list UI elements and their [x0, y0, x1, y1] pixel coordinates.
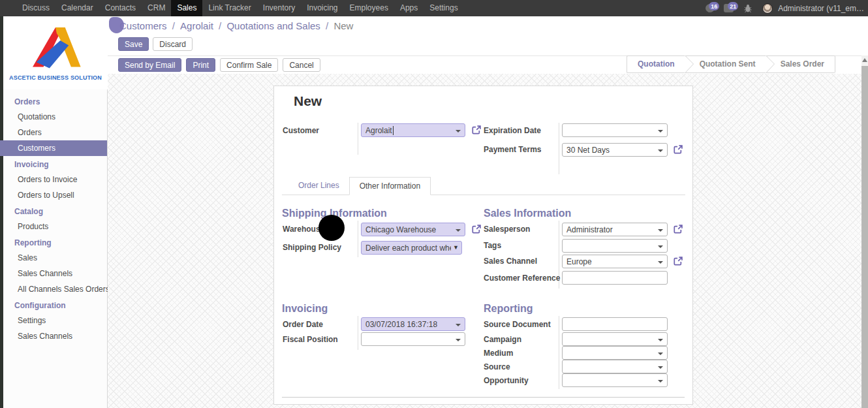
send-by-email-button[interactable]: Send by Email [118, 58, 181, 72]
menu-settings[interactable]: Settings [424, 0, 463, 16]
debug-bug-icon[interactable] [744, 4, 752, 13]
breadcrumb: Customers / Agrolait / Quotations and Sa… [119, 20, 353, 31]
status-step-sales-order[interactable]: Sales Order [766, 55, 835, 73]
group-separator [358, 221, 358, 257]
scrollbar-up-arrow-icon[interactable] [862, 57, 867, 63]
select-caret-icon: ▼ [453, 244, 459, 251]
sales-channel-label: Sales Channel [484, 257, 537, 266]
warehouse-external-link-icon[interactable] [471, 224, 482, 234]
breadcrumb-quotations-and-sales[interactable]: Quotations and Sales [226, 20, 320, 31]
shipping-information-heading: Shipping Information [282, 208, 387, 219]
save-button[interactable]: Save [118, 37, 149, 51]
sidebar-section-reporting[interactable]: Reporting [3, 234, 107, 250]
salesperson-field[interactable]: Administrator [562, 223, 668, 236]
sidebar-item-settings[interactable]: Settings [3, 313, 107, 328]
group-separator [358, 316, 358, 350]
app-window: Discuss Calendar Contacts CRM Sales Link… [0, 0, 868, 408]
group-separator [358, 123, 358, 155]
campaign-field[interactable] [562, 332, 668, 346]
sales-channel-field[interactable]: Europe [562, 255, 668, 268]
menu-contacts[interactable]: Contacts [99, 0, 142, 16]
sidebar-item-orders-to-invoice[interactable]: Orders to Invoice [3, 172, 107, 187]
payment-terms-external-link-icon[interactable] [673, 144, 683, 155]
customer-reference-input[interactable] [562, 271, 668, 285]
company-logo[interactable]: ASCETIC BUSINESS SOLUTION [3, 16, 108, 89]
print-button[interactable]: Print [186, 58, 215, 72]
salesperson-external-link-icon[interactable] [673, 224, 683, 234]
group-separator [559, 123, 559, 174]
breadcrumb-separator: / [213, 20, 227, 31]
sidebar-item-orders[interactable]: Orders [3, 125, 107, 140]
record-title: New [294, 93, 322, 109]
status-step-quotation[interactable]: Quotation [627, 55, 685, 73]
order-date-label: Order Date [283, 320, 323, 329]
salesperson-label: Salesperson [484, 225, 530, 234]
source-field[interactable] [562, 360, 668, 373]
vertical-scrollbar[interactable] [861, 55, 868, 408]
sidebar-item-sales[interactable]: Sales [3, 250, 107, 266]
order-date-field[interactable]: 03/07/2018 16:37:18 [361, 317, 465, 331]
confirm-sale-button[interactable]: Confirm Sale [220, 58, 278, 72]
breadcrumb-agrolait[interactable]: Agrolait [180, 20, 213, 31]
breadcrumb-customers[interactable]: Customers [119, 20, 167, 31]
payment-terms-field[interactable]: 30 Net Days [562, 143, 668, 157]
status-step-quotation-sent[interactable]: Quotation Sent [685, 55, 766, 73]
company-logo-mark [25, 25, 85, 73]
tags-field[interactable] [562, 239, 668, 253]
sidebar-item-config-sales-channels[interactable]: Sales Channels [3, 328, 107, 344]
opportunity-field[interactable] [562, 373, 668, 387]
sidebar-item-orders-to-upsell[interactable]: Orders to Upsell [3, 187, 107, 203]
menu-link-tracker[interactable]: Link Tracker [202, 0, 256, 16]
statusbar: Quotation Quotation Sent Sales Order [627, 55, 835, 73]
customer-label: Customer [283, 126, 319, 135]
sidebar-item-sales-channels[interactable]: Sales Channels [3, 266, 107, 281]
messages-icon[interactable]: 16 [705, 4, 715, 12]
menu-inventory[interactable]: Inventory [257, 0, 301, 16]
breadcrumb-separator: / [320, 20, 334, 31]
sidebar-nav: Orders Quotations Orders Customers Invoi… [3, 93, 107, 344]
user-menu-label[interactable]: Administrator (v11_em… [778, 4, 864, 13]
sidebar: ASCETIC BUSINESS SOLUTION Orders Quotati… [3, 16, 108, 408]
sidebar-item-customers[interactable]: Customers [0, 140, 107, 156]
menu-employees[interactable]: Employees [344, 0, 394, 16]
menu-crm[interactable]: CRM [142, 0, 171, 16]
customer-field[interactable]: Agrolait [361, 123, 465, 137]
warehouse-field[interactable]: Chicago Warehouse [361, 223, 465, 236]
user-avatar[interactable] [762, 3, 773, 14]
tab-order-lines[interactable]: Order Lines [288, 177, 349, 195]
expiration-date-field[interactable] [562, 123, 668, 137]
tab-other-information[interactable]: Other Information [349, 177, 431, 195]
sidebar-item-all-channels-sales-orders[interactable]: All Channels Sales Orders [3, 281, 107, 297]
form-view-background: New Customer Agrolait Expiration Date Pa… [108, 74, 861, 408]
top-navbar: Discuss Calendar Contacts CRM Sales Link… [0, 0, 868, 16]
sheet-bottom-divider [282, 397, 685, 398]
breadcrumb-separator: / [167, 20, 181, 31]
sidebar-section-orders[interactable]: Orders [3, 93, 107, 109]
sales-channel-external-link-icon[interactable] [673, 256, 683, 266]
cancel-button[interactable]: Cancel [283, 58, 320, 72]
sidebar-item-quotations[interactable]: Quotations [3, 109, 107, 125]
menu-discuss[interactable]: Discuss [16, 0, 55, 16]
sidebar-section-configuration[interactable]: Configuration [3, 297, 107, 313]
form-sheet: New Customer Agrolait Expiration Date Pa… [273, 86, 693, 405]
payment-terms-label: Payment Terms [484, 145, 541, 154]
chat-bubble-icon[interactable]: 21 [724, 4, 734, 12]
sidebar-item-products[interactable]: Products [3, 219, 107, 234]
fiscal-position-field[interactable] [361, 332, 465, 346]
discard-button[interactable]: Discard [153, 37, 193, 51]
top-right-tools: 16 21 Administrator (v11_em… [705, 0, 864, 16]
sidebar-section-catalog[interactable]: Catalog [3, 203, 107, 219]
chat-count-badge: 21 [728, 2, 738, 10]
menu-sales[interactable]: Sales [171, 0, 202, 16]
breadcrumb-current: New [333, 20, 353, 31]
source-document-input[interactable] [562, 317, 668, 331]
medium-field[interactable] [562, 346, 668, 360]
menu-invoicing[interactable]: Invoicing [301, 0, 343, 16]
shipping-policy-select[interactable]: Deliver each product when avai ▼ [361, 241, 462, 255]
customer-external-link-icon[interactable] [471, 125, 482, 135]
menu-apps[interactable]: Apps [394, 0, 424, 16]
menu-calendar[interactable]: Calendar [55, 0, 99, 16]
scrollbar-thumb[interactable] [861, 66, 868, 408]
medium-label: Medium [484, 349, 513, 358]
sidebar-section-invoicing[interactable]: Invoicing [3, 156, 107, 172]
